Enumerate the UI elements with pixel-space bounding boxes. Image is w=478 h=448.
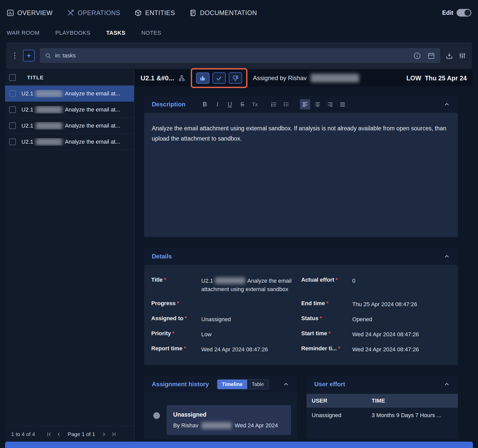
- collapse-details-button[interactable]: [443, 253, 450, 260]
- next-page-button[interactable]: [101, 431, 107, 437]
- required-marker: *: [326, 300, 329, 306]
- align-justify-button[interactable]: [337, 99, 348, 109]
- info-icon[interactable]: [413, 52, 421, 60]
- assignment-history-card: Assignment history Timeline Table Unassi…: [144, 376, 297, 440]
- download-report-icon[interactable]: [445, 52, 453, 60]
- align-left-button[interactable]: [300, 99, 310, 109]
- collapse-description-button[interactable]: [443, 101, 450, 108]
- required-marker: *: [320, 315, 322, 321]
- first-page-button[interactable]: [46, 431, 52, 437]
- tab-tasks[interactable]: TASKS: [106, 30, 125, 36]
- details-body: Title* U2.1Analyze the email attachment …: [144, 265, 458, 365]
- approve-thumbs-up-button[interactable]: [196, 72, 209, 84]
- field-label-progress: Progress*: [151, 300, 201, 307]
- field-value-title: U2.1Analyze the email attachment using e…: [201, 277, 301, 293]
- tab-war-room[interactable]: WAR ROOM: [7, 30, 40, 36]
- filter-sliders-icon[interactable]: [458, 52, 466, 60]
- align-center-button[interactable]: [312, 99, 323, 109]
- details-grid: Title* U2.1Analyze the email attachment …: [151, 277, 451, 354]
- due-date: Thu 25 Apr 24: [425, 74, 467, 82]
- row-checkbox[interactable]: [9, 122, 16, 129]
- nav-item-label: OVERVIEW: [17, 9, 53, 17]
- required-marker: *: [177, 300, 179, 306]
- kebab-menu-icon[interactable]: [12, 52, 18, 60]
- clear-format-button[interactable]: Tx: [250, 99, 260, 109]
- column-time: TIME: [372, 397, 385, 404]
- last-page-button[interactable]: [110, 431, 117, 437]
- required-marker: *: [336, 277, 338, 283]
- timeline-dot: [153, 412, 160, 419]
- pagination-range: 1 to 4 of 4: [11, 431, 35, 437]
- title-column-header: TITLE: [27, 74, 44, 81]
- field-label-reminder-time: Reminder ti...*: [301, 345, 352, 352]
- required-marker: *: [184, 345, 186, 352]
- user-effort-column-headers: USER TIME: [307, 394, 458, 408]
- task-row[interactable]: U2.1 Analyze the email at...: [5, 102, 134, 118]
- user-effort-card: User effort USER TIME Unassigned 3 Month…: [307, 376, 458, 440]
- italic-button[interactable]: I: [212, 99, 222, 109]
- assigned-by-label: Assigned by Rishav: [253, 74, 307, 82]
- priority-and-date: LOW Thu 25 Apr 24: [406, 74, 467, 82]
- field-label-report-time: Report time*: [151, 345, 201, 352]
- redacted-blur: [36, 122, 62, 130]
- top-nav: OVERVIEW OPERATIONS ENTITIES DOCUMENTATI…: [0, 0, 478, 26]
- search-input[interactable]: [55, 52, 409, 59]
- bold-button[interactable]: B: [200, 99, 210, 109]
- nav-item-label: OPERATIONS: [78, 9, 120, 17]
- search-right-icons: [413, 52, 435, 60]
- row-checkbox[interactable]: [9, 90, 16, 97]
- priority-badge: LOW: [406, 74, 421, 82]
- task-row[interactable]: U2.1 Analyze the email at...: [5, 86, 134, 102]
- required-marker: *: [164, 277, 166, 283]
- underline-button[interactable]: U: [225, 99, 235, 109]
- redacted-blur: [36, 90, 62, 97]
- user-effort-row: Unassigned 3 Months 9 Days 7 Hours ...: [307, 408, 458, 423]
- search-icon: [45, 53, 51, 59]
- add-task-button[interactable]: +: [23, 50, 35, 61]
- playbook-hierarchy-icon[interactable]: [178, 75, 185, 82]
- details-card: Details Title* U2.1Analyze the email att…: [144, 248, 458, 365]
- assignment-entry-name: Unassigned: [173, 411, 284, 418]
- assignment-entry: Unassigned By Rishav Wed 24 Apr 2024: [167, 405, 291, 435]
- task-row-title: U2.1 Analyze the email at...: [21, 90, 120, 97]
- task-row[interactable]: U2.1 Analyze the email at...: [5, 134, 134, 150]
- strikethrough-button[interactable]: S: [237, 99, 247, 109]
- prev-page-button[interactable]: [56, 431, 62, 437]
- user-effort-title: User effort: [314, 381, 345, 388]
- bullet-list-icon[interactable]: [281, 99, 291, 109]
- description-header: Description B I U S Tx: [144, 96, 458, 113]
- required-marker: *: [172, 330, 174, 337]
- redacted-blur: [36, 106, 62, 114]
- ordered-list-icon[interactable]: [269, 99, 279, 109]
- task-row-title: U2.1 Analyze the email at...: [21, 106, 120, 114]
- search-bar[interactable]: [40, 48, 440, 63]
- pager-controls: Page 1 of 1: [46, 431, 116, 437]
- toggle-table[interactable]: Table: [247, 380, 269, 389]
- align-right-button[interactable]: [325, 99, 335, 109]
- bottom-accent-bar: [5, 442, 473, 448]
- tab-playbooks[interactable]: PLAYBOOKS: [55, 30, 90, 36]
- user-cell: Unassigned: [312, 412, 372, 419]
- reject-thumbs-down-button[interactable]: [229, 72, 242, 84]
- format-toolbar: B I U S Tx: [200, 99, 348, 109]
- field-label-start-time: Start time*: [301, 330, 352, 337]
- nav-item-documentation[interactable]: DOCUMENTATION: [189, 9, 257, 17]
- calendar-icon[interactable]: [427, 52, 435, 60]
- details-header: Details: [144, 248, 458, 265]
- nav-item-entities[interactable]: ENTITIES: [134, 9, 175, 17]
- task-detail-panel: U2.1 &#0... Assigned by Rishav: [134, 70, 473, 442]
- collapse-user-effort-button[interactable]: [443, 381, 450, 388]
- field-value-start-time: Wed 24 Apr 2024 08:47:26: [352, 330, 451, 339]
- row-checkbox[interactable]: [9, 106, 16, 113]
- row-checkbox[interactable]: [9, 139, 16, 145]
- edit-toggle[interactable]: [457, 9, 471, 17]
- tab-notes[interactable]: NOTES: [141, 30, 161, 36]
- toggle-timeline[interactable]: Timeline: [217, 380, 247, 389]
- nav-item-operations[interactable]: OPERATIONS: [67, 9, 120, 17]
- field-value-priority: Low: [201, 330, 301, 339]
- collapse-assignment-history-button[interactable]: [283, 381, 290, 388]
- select-all-checkbox[interactable]: [9, 74, 16, 81]
- nav-item-overview[interactable]: OVERVIEW: [7, 9, 53, 17]
- complete-check-button[interactable]: [212, 72, 226, 84]
- task-row[interactable]: U2.1 Analyze the email at...: [5, 118, 134, 134]
